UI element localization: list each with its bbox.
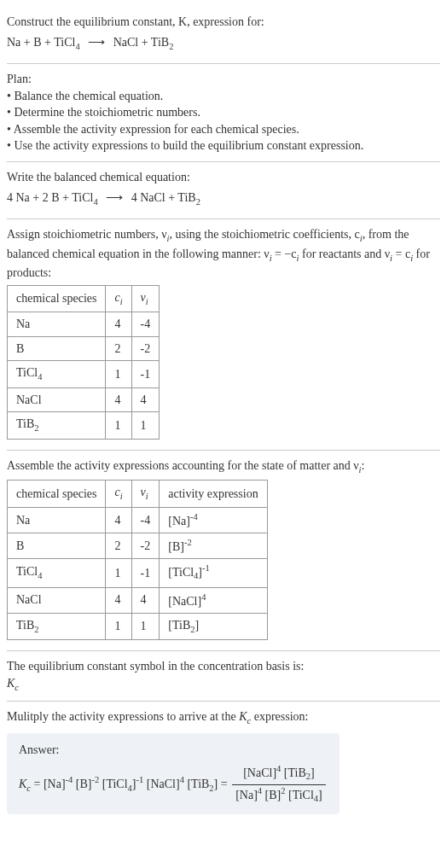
- table-row: TiB2 1 1 [TiB2]: [8, 613, 268, 639]
- denominator: [Na]4 [B]2 [TiCl4]: [232, 785, 326, 806]
- txt: Assemble the activity expressions accoun…: [7, 459, 359, 472]
- txt: TiB: [16, 619, 34, 632]
- activity-table: chemical species ci νi activity expressi…: [7, 480, 268, 640]
- col-nui: νi: [131, 481, 160, 507]
- unbalanced-equation: Na + B + TiCl4 ⟶ NaCl + TiB2: [7, 31, 440, 56]
- assemble-text: Assemble the activity expressions accoun…: [7, 457, 440, 476]
- t: ] =: [214, 778, 231, 790]
- t: [TiB: [184, 778, 209, 790]
- cell-ci: 2: [106, 336, 131, 361]
- txt: Mulitply the activity expressions to arr…: [7, 710, 239, 723]
- reaction-arrow: ⟶: [101, 191, 128, 204]
- t: [NaCl]: [243, 766, 276, 779]
- t: [B]: [73, 778, 91, 790]
- kc-symbol: Kc: [7, 675, 440, 694]
- cell-ci: 4: [106, 507, 131, 533]
- cell-nui: 4: [131, 387, 160, 412]
- sup: 4: [201, 592, 206, 602]
- answer-box: Answer: Kc = [Na]-4 [B]-2 [TiCl4]-1 [NaC…: [7, 733, 340, 814]
- table-row: Na 4 -4: [8, 312, 160, 337]
- table-row: TiCl4 1 -1: [8, 361, 160, 387]
- txt: [NaCl]: [168, 594, 201, 607]
- cell-nui: -1: [131, 559, 160, 587]
- t: [TiB: [281, 766, 305, 779]
- cell-nui: -2: [131, 533, 160, 559]
- reaction-arrow: ⟶: [83, 36, 110, 49]
- sup: -4: [190, 512, 198, 521]
- sub-2: 2: [169, 41, 173, 50]
- plan-head: Plan:: [7, 71, 440, 88]
- cell-activity: [TiB2]: [160, 613, 267, 639]
- table-row: NaCl 4 4: [8, 387, 160, 412]
- table-row: NaCl 4 4 [NaCl]4: [8, 587, 268, 613]
- cell-ci: 2: [106, 533, 131, 559]
- cell-activity: [Na]-4: [160, 507, 267, 533]
- numerator: [NaCl]4 [TiB2]: [232, 763, 326, 784]
- t: ]: [311, 766, 315, 779]
- symbol-text: The equilibrium constant symbol in the c…: [7, 658, 440, 675]
- plan-bullet-1: • Balance the chemical equation.: [7, 88, 440, 105]
- assign-section: Assign stoichiometric numbers, νi, using…: [7, 219, 440, 451]
- t: [TiCl: [99, 778, 127, 790]
- t: [TiCl: [286, 788, 314, 801]
- col-activity: activity expression: [160, 481, 267, 507]
- txt: = c: [392, 248, 410, 260]
- assemble-section: Assemble the activity expressions accoun…: [7, 451, 440, 651]
- k: K: [239, 710, 247, 723]
- sub-i: i: [120, 492, 123, 501]
- col-species: chemical species: [8, 481, 106, 507]
- k: K: [7, 677, 15, 690]
- cell-species: B: [8, 533, 106, 559]
- prompt-text: Construct the equilibrium constant, K, e…: [7, 15, 264, 28]
- cell-nui: -4: [131, 507, 160, 533]
- sub-2: 2: [196, 196, 200, 206]
- txt: expression:: [251, 710, 308, 723]
- plan-bullet-3: • Assemble the activity expression for e…: [7, 121, 440, 138]
- cell-ci: 1: [106, 412, 131, 439]
- cell-species: NaCl: [8, 587, 106, 613]
- cell-ci: 4: [106, 312, 131, 337]
- sub-c: c: [15, 683, 19, 692]
- multiply-text: Mulitply the activity expressions to arr…: [7, 708, 440, 727]
- txt: ]: [194, 619, 199, 632]
- stoich-table: chemical species ci νi Na 4 -4 B 2 -2 Ti…: [7, 285, 160, 440]
- txt: TiCl: [16, 366, 38, 379]
- txt: :: [362, 459, 365, 472]
- cell-nui: 1: [131, 412, 160, 439]
- sub-i: i: [146, 296, 148, 306]
- txt: , using the stoichiometric coefficients,…: [169, 228, 359, 241]
- txt: = −c: [272, 248, 297, 260]
- txt: [B]: [168, 540, 184, 553]
- balanced-head: Write the balanced chemical equation:: [7, 169, 440, 186]
- table-row: chemical species ci νi: [8, 285, 160, 312]
- symbol-section: The equilibrium constant symbol in the c…: [7, 651, 440, 702]
- table-row: Na 4 -4 [Na]-4: [8, 507, 268, 533]
- cell-ci: 1: [106, 613, 131, 639]
- cell-species: NaCl: [8, 387, 106, 412]
- cell-ci: 1: [106, 361, 131, 387]
- cell-species: TiB2: [8, 412, 106, 439]
- sup: -1: [136, 775, 144, 784]
- sup: -2: [184, 538, 192, 547]
- sup: -2: [92, 775, 100, 784]
- cell-ci: 1: [106, 559, 131, 587]
- t: [Na]: [235, 788, 258, 801]
- cell-activity: [TiCl4]-1: [160, 559, 267, 587]
- eq-rhs: NaCl + TiB: [113, 36, 169, 49]
- t: [NaCl]: [143, 778, 179, 790]
- txt: TiCl: [16, 565, 38, 578]
- eq: =: [31, 778, 44, 790]
- cell-activity: [NaCl]4: [160, 587, 267, 613]
- col-ci: ci: [106, 285, 131, 312]
- cell-species: TiCl4: [8, 559, 106, 587]
- t: ]: [318, 788, 322, 801]
- kc-lhs: Kc = [Na]-4 [B]-2 [TiCl4]-1 [NaCl]4 [TiB…: [19, 778, 230, 790]
- txt: [TiB: [168, 619, 190, 632]
- k: K: [19, 778, 26, 790]
- cell-species: Na: [8, 312, 106, 337]
- sub-4: 4: [75, 41, 79, 50]
- cell-ci: 4: [106, 587, 131, 613]
- bal-rhs: 4 NaCl + TiB: [131, 191, 196, 204]
- multiply-section: Mulitply the activity expressions to arr…: [7, 702, 440, 820]
- txt: for reactants and ν: [299, 248, 390, 260]
